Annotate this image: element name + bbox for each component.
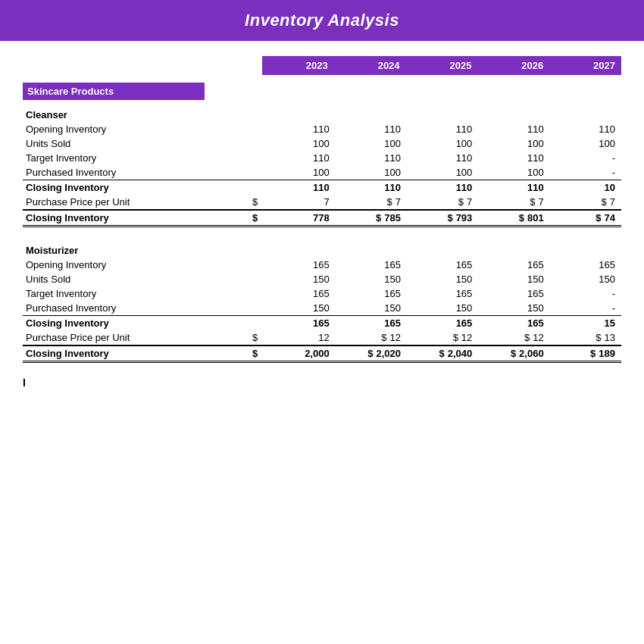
main-table: Skincare Products Cleanser Opening Inven… — [23, 80, 621, 389]
val-2027: 110 — [550, 122, 621, 136]
page-header: Inventory Analysis — [0, 0, 644, 41]
moisturizer-target-inventory: Target Inventory 165 165 165 165 - — [23, 286, 621, 301]
val-2026: 110 — [478, 122, 549, 136]
moisturizer-closing-inventory: Closing Inventory 165 165 165 165 15 — [23, 315, 621, 330]
year-header-2027: 2027 — [549, 56, 621, 75]
category-skincare: Skincare Products — [23, 80, 621, 103]
product-cleanser-header: Cleanser — [23, 103, 621, 122]
year-header-2026: 2026 — [477, 56, 549, 75]
spacer-2 — [23, 361, 621, 374]
moisturizer-price-per-unit: Purchase Price per Unit $ 12 $12 $12 $12… — [23, 330, 621, 345]
moisturizer-purchased-inventory: Purchased Inventory 150 150 150 150 - — [23, 301, 621, 316]
category-label-skincare: Skincare Products — [23, 83, 205, 100]
year-header-2023: 2023 — [262, 56, 334, 75]
label: Opening Inventory — [23, 122, 237, 136]
val-2025: 110 — [407, 122, 478, 136]
footer-label: I — [23, 374, 237, 389]
moisturizer-opening-inventory: Opening Inventory 165 165 165 165 165 — [23, 258, 621, 272]
footer-row: I — [23, 374, 621, 389]
moisturizer-closing-value: Closing Inventory $ 2,000 $2,020 $2,040 … — [23, 345, 621, 362]
cleanser-closing-inventory: Closing Inventory 110 110 110 110 10 — [23, 180, 621, 195]
year-header-2024: 2024 — [334, 56, 406, 75]
cleanser-price-per-unit: Purchase Price per Unit $ 7 $7 $7 $7 $7 — [23, 195, 621, 210]
cleanser-closing-value: Closing Inventory $ 778 $785 $793 $801 $… — [23, 210, 621, 227]
product-moisturizer-header: Moisturizer — [23, 239, 621, 258]
spacer-1 — [23, 227, 621, 239]
year-header-table: 2023 2024 2025 2026 2027 — [23, 56, 621, 75]
val-2023: 110 — [264, 122, 335, 136]
val-2024: 110 — [336, 122, 407, 136]
cleanser-purchased-inventory: Purchased Inventory 100 100 100 100 - — [23, 165, 621, 180]
moisturizer-units-sold: Units Sold 150 150 150 150 150 — [23, 272, 621, 286]
product-moisturizer-label: Moisturizer — [23, 239, 621, 258]
cleanser-units-sold: Units Sold 100 100 100 100 100 — [23, 136, 621, 151]
product-cleanser-label: Cleanser — [23, 103, 621, 122]
cleanser-target-inventory: Target Inventory 110 110 110 110 - — [23, 151, 621, 165]
header-spacer-dollar — [214, 56, 262, 75]
cleanser-opening-inventory: Opening Inventory 110 110 110 110 110 — [23, 122, 621, 136]
year-header-2025: 2025 — [406, 56, 478, 75]
header-spacer-label — [23, 56, 214, 75]
page-title: Inventory Analysis — [15, 11, 629, 30]
